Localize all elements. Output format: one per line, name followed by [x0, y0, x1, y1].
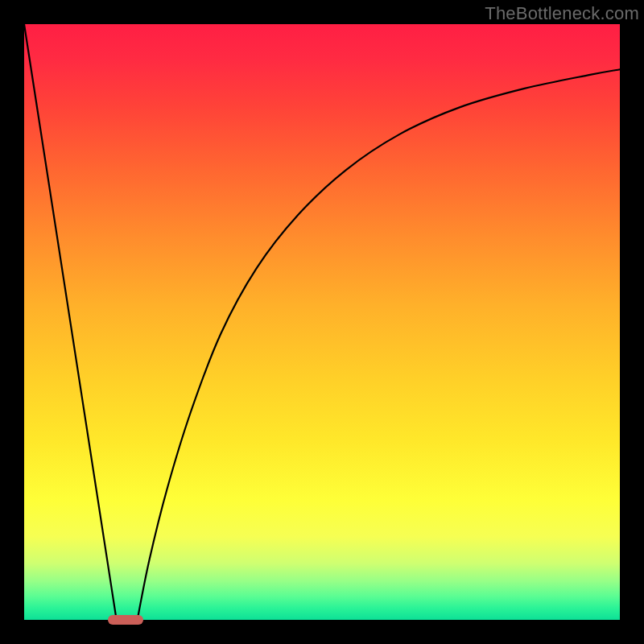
curve-layer [24, 24, 620, 620]
curve-left-branch [24, 24, 117, 620]
plot-area [24, 24, 620, 620]
bottleneck-marker [108, 615, 143, 625]
watermark-text: TheBottleneck.com [485, 3, 639, 24]
chart-frame: TheBottleneck.com [0, 0, 644, 644]
curve-right-branch [138, 69, 620, 620]
